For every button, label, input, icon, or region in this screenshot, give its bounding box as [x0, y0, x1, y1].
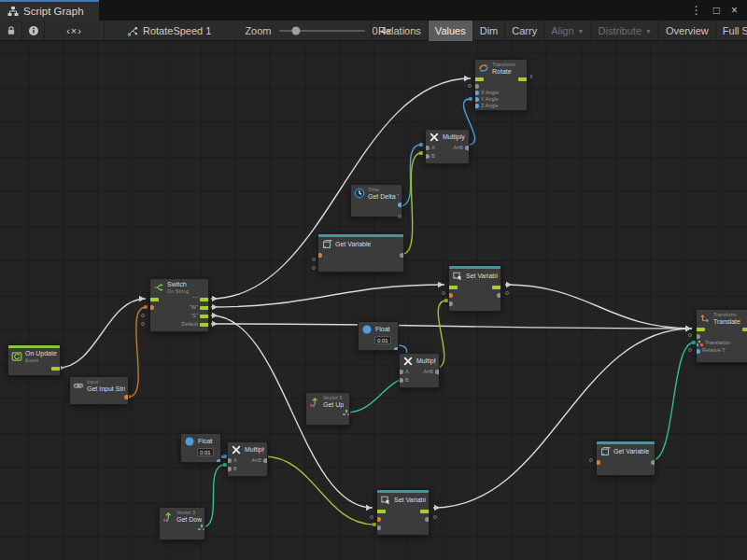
blue-port[interactable]	[474, 104, 479, 108]
node-set-variable-b[interactable]: Set Variable	[376, 489, 430, 536]
code-preview-button[interactable]: ‹×›	[45, 21, 105, 40]
orange-port[interactable]	[376, 517, 381, 522]
node-multiply-b[interactable]: MultiplyAA×BB	[399, 353, 440, 388]
lock-button[interactable]	[0, 21, 22, 40]
node-multiply-a[interactable]: MultiplyAA×BB	[425, 129, 470, 164]
gray-port[interactable]	[651, 460, 655, 465]
node-switch-on-string[interactable]: SwitchOn String" ""W""S"Default	[149, 278, 209, 332]
blue-port[interactable]	[394, 347, 399, 351]
tab-script-graph[interactable]: Script Graph	[0, 0, 99, 21]
vector3-port[interactable]	[696, 341, 703, 347]
gray-port[interactable]	[448, 301, 453, 306]
close-icon[interactable]: ×	[731, 5, 738, 16]
toolbar-button-full-screen[interactable]: Full Screen	[715, 21, 747, 41]
orange-port[interactable]	[596, 460, 600, 465]
flow-port[interactable]	[200, 323, 209, 327]
toolbar-button-overview[interactable]: Overview	[658, 21, 715, 41]
unconnected-port[interactable]	[589, 458, 593, 462]
blue-port[interactable]	[696, 349, 700, 354]
graph-canvas[interactable]: On UpdateEventInputGet Input StrinSwitch…	[0, 41, 747, 560]
orange-port[interactable]	[317, 253, 322, 258]
unconnected-port[interactable]	[442, 291, 445, 295]
flow-port[interactable]	[518, 77, 528, 81]
flow-port[interactable]	[696, 328, 705, 331]
wire-switch-w-to-setvar-a[interactable]	[211, 285, 444, 307]
orange-port[interactable]	[448, 293, 453, 298]
flow-port[interactable]	[149, 298, 159, 301]
orange-port[interactable]	[124, 395, 129, 399]
gray-port[interactable]	[425, 146, 430, 150]
menu-icon[interactable]: ⋮	[691, 5, 702, 16]
flow-port[interactable]	[200, 298, 209, 301]
gray-port[interactable]	[400, 253, 404, 258]
blue-port[interactable]	[474, 97, 479, 102]
flow-port[interactable]	[448, 286, 458, 289]
unconnected-port[interactable]	[398, 215, 402, 218]
blue-port[interactable]	[398, 203, 402, 207]
gray-port[interactable]	[227, 458, 232, 463]
unconnected-port[interactable]	[468, 84, 472, 88]
node-set-variable-a[interactable]: Set Variable	[448, 265, 501, 312]
gray-port[interactable]	[376, 525, 381, 530]
gray-port[interactable]	[399, 378, 403, 383]
wire-getvar-a-to-multiply-a[interactable]	[402, 153, 421, 254]
toolbar-button-carry[interactable]: Carry	[504, 21, 543, 41]
vector3-port[interactable]	[198, 525, 205, 531]
maximize-icon[interactable]: □	[713, 5, 720, 16]
gray-port[interactable]	[474, 84, 479, 89]
node-float-b[interactable]: Float0.01	[180, 433, 221, 463]
vector3-port[interactable]	[343, 410, 350, 416]
toolbar-button-relations[interactable]: Relations	[371, 21, 428, 41]
flow-port[interactable]	[474, 77, 484, 81]
toolbar-button-dim[interactable]: Dim	[472, 21, 505, 41]
node-on-update-event[interactable]: On UpdateEvent	[7, 344, 61, 376]
toolbar-button-values[interactable]: Values	[428, 21, 472, 41]
wire-getinput-to-switch[interactable]	[129, 307, 146, 397]
flow-port[interactable]	[376, 510, 386, 513]
wire-setvar-a-to-translate[interactable]	[505, 285, 692, 329]
wire-getvar-b-to-translate[interactable]	[653, 343, 694, 460]
unconnected-port[interactable]	[505, 291, 509, 295]
unconnected-port[interactable]	[141, 314, 145, 317]
flow-port[interactable]	[420, 510, 430, 513]
flow-port[interactable]	[51, 367, 61, 371]
node-get-delta-time[interactable]: TimeGet Delta Time	[350, 184, 402, 217]
gray-port[interactable]	[425, 154, 430, 159]
unconnected-port[interactable]	[312, 258, 316, 261]
node-get-variable-a[interactable]: Get Variable	[317, 233, 404, 273]
node-vector3-get-down[interactable]: Vector 3Get Down	[159, 507, 205, 540]
orange-port[interactable]	[149, 305, 154, 310]
unconnected-port[interactable]	[433, 515, 437, 519]
zoom-slider-thumb[interactable]	[291, 26, 300, 35]
gray-port[interactable]	[465, 146, 470, 150]
gray-port[interactable]	[263, 458, 268, 463]
unconnected-port[interactable]	[312, 266, 316, 270]
unconnected-port[interactable]	[370, 515, 374, 519]
gray-port[interactable]	[497, 293, 501, 298]
node-get-input-string[interactable]: InputGet Input Strin	[69, 376, 129, 405]
unconnected-port[interactable]	[141, 322, 145, 326]
gray-port[interactable]	[399, 370, 403, 374]
node-transform-rotate[interactable]: TransformRotateX AngleY AngleZ Angle	[474, 59, 528, 111]
blue-port[interactable]	[474, 91, 479, 95]
gray-port[interactable]	[435, 370, 440, 374]
node-float-a[interactable]: Float0.01	[358, 321, 399, 351]
flow-port[interactable]	[200, 306, 209, 310]
unconnected-port[interactable]	[688, 348, 692, 352]
flow-port[interactable]	[200, 315, 209, 318]
gray-port[interactable]	[425, 517, 430, 522]
flow-port[interactable]	[742, 328, 747, 331]
graph-selector[interactable]: RotateSpeed 1	[118, 21, 220, 40]
gray-port[interactable]	[696, 334, 700, 339]
node-vector3-get-up[interactable]: Vector 3Get Up	[305, 392, 350, 426]
value-field[interactable]: 0.01	[197, 448, 214, 456]
node-transform-translate[interactable]: TransformTranslateTranslationRelative T	[696, 309, 747, 363]
info-button[interactable]	[22, 21, 45, 40]
gray-port[interactable]	[227, 467, 232, 471]
node-multiply-c[interactable]: MultiplyAA×BB	[227, 441, 268, 477]
blue-port[interactable]	[217, 459, 221, 463]
zoom-slider[interactable]	[279, 30, 365, 32]
wire-switch-default-to-translate[interactable]	[211, 324, 692, 329]
flow-port[interactable]	[492, 286, 501, 289]
wire-setvar-b-to-translate[interactable]	[433, 329, 692, 508]
